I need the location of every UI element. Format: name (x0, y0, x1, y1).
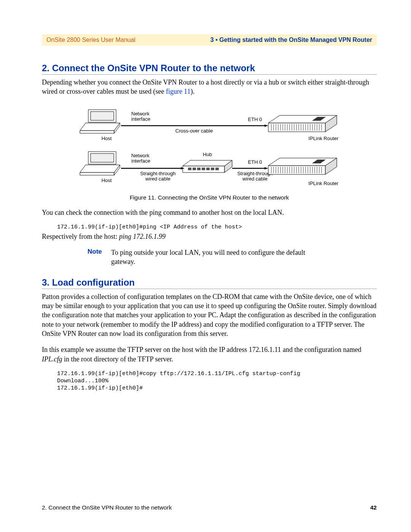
section2-para2: You can check the connection with the pi… (42, 208, 377, 217)
section3-para1: Patton provides a collection of configur… (42, 292, 377, 338)
diagram-netif-1: Networkinterface (131, 111, 150, 122)
svg-marker-39 (183, 160, 232, 166)
section2-para3-i: ping 172.16.1.99 (119, 233, 166, 240)
diagram-stwired-2: Straight-throughwired cable (237, 171, 272, 182)
svg-marker-38 (91, 153, 114, 162)
diagram-iplink-2: IPLink Router (309, 181, 339, 186)
svg-rect-44 (197, 168, 201, 170)
network-diagram-svg: Host Networkinterface Cross-over cable E… (72, 106, 346, 190)
section3-para2-a: In this example we assume the TFTP serve… (42, 346, 362, 353)
footer-left: 2. Connect the OnSite VPN Router to the … (42, 504, 172, 511)
diagram-iplink-1: IPLink Router (309, 136, 339, 141)
svg-rect-45 (202, 168, 205, 170)
heading-section-2: 2. Connect the OnSite VPN Router to the … (42, 63, 377, 75)
svg-rect-42 (188, 168, 191, 170)
svg-rect-46 (206, 168, 210, 170)
page-header: OnSite 2800 Series User Manual 3 • Getti… (42, 34, 377, 46)
diagram-eth0-1: ETH 0 (248, 117, 262, 122)
note-text: To ping outside your local LAN, you will… (111, 248, 317, 267)
section2-para1-b: ). (191, 88, 195, 95)
svg-marker-4 (91, 112, 114, 120)
section3-para2-b: in the root directory of the TFTP server… (62, 355, 173, 363)
page-footer: 2. Connect the OnSite VPN Router to the … (42, 504, 377, 511)
diagram-hub: Hub (203, 152, 212, 157)
section3-para2-i: IPL.cfg (42, 355, 62, 363)
svg-marker-34 (80, 165, 120, 173)
svg-rect-47 (211, 168, 214, 170)
page: OnSite 2800 Series User Manual 3 • Getti… (0, 0, 411, 532)
svg-marker-1 (80, 131, 114, 133)
svg-marker-35 (80, 173, 114, 175)
diagram-host-1: Host (102, 136, 112, 141)
svg-marker-54 (268, 166, 325, 174)
section2-para1-a: Depending whether you connect the OnSite… (42, 78, 369, 95)
header-left: OnSite 2800 Series User Manual (46, 37, 135, 43)
svg-marker-8 (268, 123, 325, 132)
note-label: Note (88, 248, 111, 267)
note-block: Note To ping outside your local LAN, you… (88, 248, 377, 267)
code-copy: 172.16.1.99(if-ip)[eth0]#copy tftp://172… (57, 371, 377, 377)
section2-para3-a: Respectively from the host: (42, 233, 119, 240)
section2-para1: Depending whether you connect the OnSite… (42, 78, 377, 96)
header-right: 3 • Getting started with the OnSite Mana… (210, 37, 372, 43)
section2-para3: Respectively from the host: ping 172.16.… (42, 232, 377, 241)
svg-marker-52 (264, 167, 268, 169)
svg-marker-0 (80, 123, 120, 131)
code-download: Download...100% (57, 378, 377, 384)
svg-marker-6 (264, 125, 268, 127)
heading-section-3: 3. Load configuration (42, 277, 377, 289)
diagram-eth0-2: ETH 0 (248, 159, 262, 165)
code-prompt: 172.16.1.99(if-ip)[eth0]# (57, 385, 377, 391)
diagram-crossover: Cross-over cable (175, 128, 213, 134)
diagram-host-2: Host (102, 177, 112, 183)
svg-marker-53 (268, 158, 337, 166)
footer-page-number: 42 (370, 504, 377, 511)
svg-marker-7 (268, 115, 337, 123)
diagram-stwired-1: Straight-throughwired cable (140, 171, 175, 182)
svg-rect-48 (215, 168, 219, 170)
section3-para2: In this example we assume the TFTP serve… (42, 345, 377, 364)
figure-11-caption: Figure 11. Connecting the OnSite VPN Rou… (72, 194, 346, 201)
diagram-netif-2: Networkinterface (131, 153, 150, 164)
code-ping: 172.16.1.99(if-ip)[eth0]#ping <IP Addres… (57, 224, 377, 230)
figure-11-link[interactable]: figure 11 (166, 88, 191, 95)
svg-rect-43 (193, 168, 196, 170)
figure-11: Host Networkinterface Cross-over cable E… (72, 106, 346, 201)
